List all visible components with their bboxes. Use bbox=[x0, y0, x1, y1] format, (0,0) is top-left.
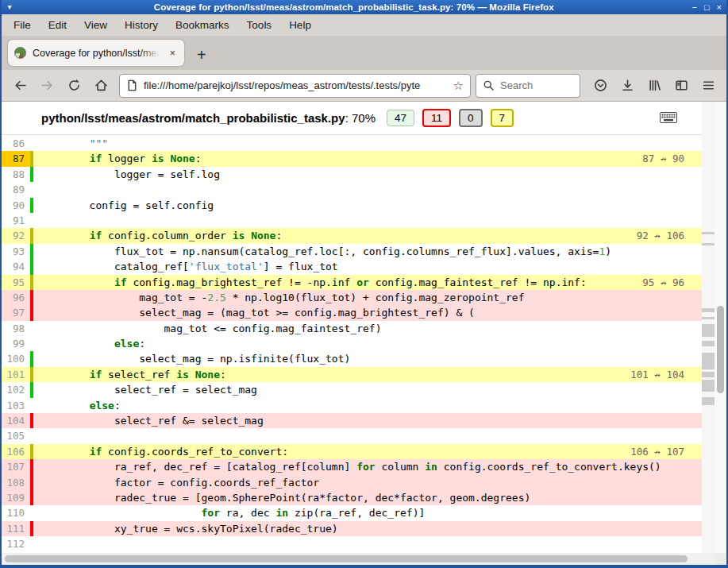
source-line-88: 88 logger = self.log bbox=[2, 167, 702, 182]
source-line-100: 100 select_mag = np.isfinite(flux_tot) bbox=[2, 351, 702, 366]
code-text: else: bbox=[33, 336, 145, 351]
vertical-scrollbar-thumb[interactable] bbox=[717, 306, 724, 393]
source-line-107: 107 ra_ref, dec_ref = [catalog_ref[colum… bbox=[2, 459, 702, 474]
run-count-button[interactable]: 47 bbox=[387, 110, 414, 126]
line-number-88[interactable]: 88 bbox=[2, 167, 30, 182]
line-number-100[interactable]: 100 bbox=[2, 351, 30, 366]
line-number-101[interactable]: 101 bbox=[2, 367, 30, 382]
excluded-count-button[interactable]: 0 bbox=[459, 109, 483, 127]
source-line-96: 96 mag_tot = -2.5 * np.log10(flux_tot) +… bbox=[2, 290, 702, 305]
coverage-favicon-icon bbox=[14, 47, 26, 59]
line-number-102[interactable]: 102 bbox=[2, 382, 30, 397]
line-number-97[interactable]: 97 bbox=[2, 305, 30, 320]
source-line-86: 86 """ bbox=[2, 136, 702, 151]
line-number-90[interactable]: 90 bbox=[2, 198, 30, 213]
line-number-109[interactable]: 109 bbox=[2, 490, 30, 505]
scrollbar-corner bbox=[715, 553, 726, 565]
forward-button[interactable] bbox=[33, 74, 60, 98]
line-number-89[interactable]: 89 bbox=[2, 182, 30, 197]
line-number-107[interactable]: 107 bbox=[2, 459, 30, 474]
keyboard-shortcuts-icon[interactable] bbox=[660, 111, 677, 124]
home-button[interactable] bbox=[87, 74, 114, 98]
line-number-98[interactable]: 98 bbox=[2, 321, 30, 336]
partial-count-button[interactable]: 7 bbox=[491, 109, 514, 127]
code-text: if logger is None: bbox=[33, 151, 202, 166]
source-line-97: 97 select_mag = (mag_tot >= config.mag_b… bbox=[2, 305, 702, 320]
line-number-106[interactable]: 106 bbox=[2, 444, 30, 459]
close-button[interactable]: × bbox=[717, 2, 722, 12]
bookmark-star-icon[interactable]: ☆ bbox=[453, 79, 464, 93]
line-number-104[interactable]: 104 bbox=[2, 413, 30, 428]
vertical-scrollbar[interactable] bbox=[715, 102, 726, 553]
horizontal-scrollbar[interactable] bbox=[2, 553, 715, 565]
code-text bbox=[33, 213, 40, 228]
code-text: radec_true = [geom.SpherePoint(ra*factor… bbox=[33, 490, 530, 505]
line-number-87[interactable]: 87 bbox=[2, 151, 30, 166]
sidebar-button[interactable] bbox=[668, 74, 695, 98]
line-number-92[interactable]: 92 bbox=[2, 228, 30, 243]
missed-line-marker bbox=[702, 380, 715, 392]
code-text: select_mag = (mag_tot >= config.mag_brig… bbox=[33, 305, 475, 320]
active-tab[interactable]: Coverage for python/lsst/mea × bbox=[8, 40, 184, 66]
menu-history[interactable]: History bbox=[116, 16, 167, 34]
code-text: if config.column_order is None: bbox=[33, 228, 282, 243]
menu-tools[interactable]: Tools bbox=[238, 16, 281, 34]
line-number-91[interactable]: 91 bbox=[2, 213, 30, 228]
code-text: ra_ref, dec_ref = [catalog_ref[column] f… bbox=[33, 459, 661, 474]
tab-close-icon[interactable]: × bbox=[167, 46, 178, 60]
pocket-icon bbox=[594, 79, 607, 92]
app-menu-button[interactable] bbox=[695, 74, 722, 98]
new-tab-button[interactable]: + bbox=[197, 47, 206, 63]
code-text: select_mag = np.isfinite(flux_tot) bbox=[33, 351, 350, 366]
menu-edit[interactable]: Edit bbox=[40, 16, 75, 34]
missed-line-marker bbox=[702, 324, 715, 337]
missed-line-marker bbox=[702, 308, 715, 312]
code-text: select_ref &= select_mag bbox=[33, 413, 264, 428]
source-line-87: 87 if logger is None:87 ↛ 90 bbox=[2, 151, 702, 166]
pocket-button[interactable] bbox=[587, 74, 614, 98]
source-line-110: 110 for ra, dec in zip(ra_ref, dec_ref)] bbox=[2, 505, 702, 520]
reload-button[interactable] bbox=[60, 74, 87, 98]
source-line-94: 94 catalog_ref['flux_total'] = flux_tot bbox=[2, 259, 702, 274]
minimize-button[interactable]: − bbox=[691, 2, 696, 12]
horizontal-scrollbar-thumb[interactable] bbox=[5, 555, 688, 562]
maximize-button[interactable]: □ bbox=[704, 2, 710, 12]
back-button[interactable] bbox=[6, 74, 33, 98]
code-text: factor = config.coords_ref_factor bbox=[33, 475, 319, 490]
line-number-93[interactable]: 93 bbox=[2, 244, 30, 259]
window-menu-icon[interactable]: ▾ bbox=[3, 1, 16, 14]
code-text bbox=[33, 428, 40, 443]
source-line-106: 106 if config.coords_ref_to_convert:106 … bbox=[2, 444, 702, 459]
line-number-96[interactable]: 96 bbox=[2, 290, 30, 305]
downloads-button[interactable] bbox=[614, 74, 641, 98]
search-input[interactable]: Search bbox=[476, 74, 580, 98]
code-text: """ bbox=[33, 136, 108, 151]
line-number-110[interactable]: 110 bbox=[2, 505, 30, 520]
source-line-103: 103 else: bbox=[2, 398, 702, 413]
line-number-103[interactable]: 103 bbox=[2, 398, 30, 413]
reload-icon bbox=[67, 79, 81, 92]
missing-count-button[interactable]: 11 bbox=[422, 109, 451, 127]
line-number-95[interactable]: 95 bbox=[2, 275, 30, 290]
line-number-112[interactable]: 112 bbox=[2, 536, 30, 551]
url-text[interactable]: file:///home/parejkoj/lsst/repos/meas_as… bbox=[144, 79, 449, 91]
menu-help[interactable]: Help bbox=[280, 16, 320, 34]
menu-view[interactable]: View bbox=[75, 16, 116, 34]
line-number-111[interactable]: 111 bbox=[2, 521, 30, 536]
line-number-105[interactable]: 105 bbox=[2, 428, 30, 443]
menu-bookmarks[interactable]: Bookmarks bbox=[167, 16, 238, 34]
line-number-108[interactable]: 108 bbox=[2, 475, 30, 490]
missed-line-marker bbox=[702, 372, 715, 377]
code-text: if config.mag_brightest_ref != -np.inf o… bbox=[33, 275, 587, 290]
library-button[interactable] bbox=[641, 74, 668, 98]
code-text: flux_tot = np.nansum(catalog_ref.loc[:, … bbox=[33, 244, 611, 259]
source-line-104: 104 select_ref &= select_mag bbox=[2, 413, 702, 428]
line-number-94[interactable]: 94 bbox=[2, 259, 30, 274]
menu-file[interactable]: File bbox=[5, 16, 40, 34]
source-line-105: 105 bbox=[2, 428, 702, 443]
line-number-86[interactable]: 86 bbox=[2, 136, 30, 151]
url-bar[interactable]: file:///home/parejkoj/lsst/repos/meas_as… bbox=[119, 74, 471, 98]
branch-annotation: 92 ↛ 106 bbox=[637, 228, 684, 243]
line-number-99[interactable]: 99 bbox=[2, 336, 30, 351]
missed-line-marker bbox=[702, 353, 715, 369]
